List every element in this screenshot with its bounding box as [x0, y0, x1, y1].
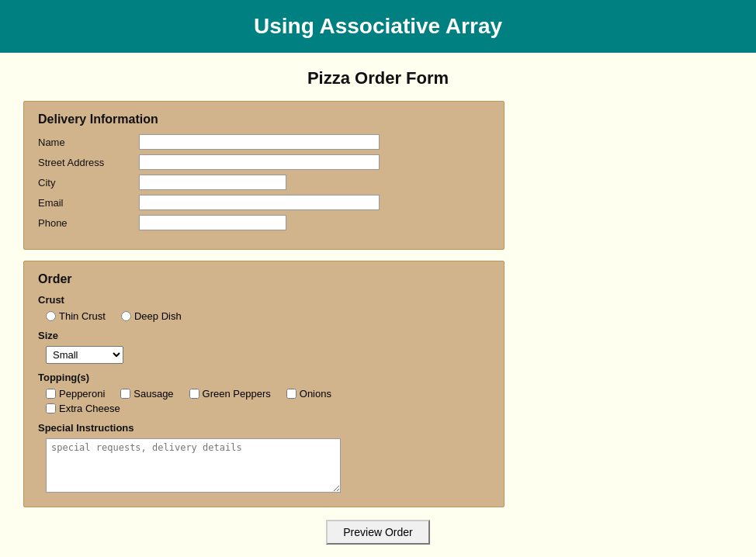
- name-label: Name: [38, 137, 139, 148]
- order-section: Order Crust Thin Crust Deep Dish Size Sm…: [23, 261, 505, 507]
- street-address-input[interactable]: [139, 154, 380, 170]
- topping-extracheese-checkbox[interactable]: [46, 403, 56, 413]
- size-label: Size: [38, 330, 490, 341]
- special-instructions-textarea[interactable]: [46, 438, 341, 493]
- delivery-section-title: Delivery Information: [38, 112, 490, 126]
- topping-greenpeppers-label: Green Peppers: [203, 388, 271, 400]
- page-content: Pizza Order Form Delivery Information Na…: [0, 53, 756, 557]
- phone-input[interactable]: [139, 215, 286, 230]
- topping-extracheese-option[interactable]: Extra Cheese: [46, 403, 120, 414]
- topping-sausage-checkbox[interactable]: [120, 389, 130, 399]
- delivery-section: Delivery Information Name Street Address…: [23, 101, 505, 250]
- topping-greenpeppers-checkbox[interactable]: [189, 389, 199, 399]
- email-row: Email: [38, 195, 490, 210]
- topping-extracheese-label: Extra Cheese: [59, 403, 120, 414]
- phone-row: Phone: [38, 215, 490, 230]
- crust-thin-radio[interactable]: [46, 311, 56, 321]
- special-instructions-label: Special Instructions: [38, 422, 490, 434]
- size-select[interactable]: Small Medium Large Extra Large: [46, 346, 123, 364]
- toppings-group: Pepperoni Sausage Green Peppers Onions: [46, 388, 490, 414]
- page-header: Using Associative Array: [0, 0, 756, 53]
- crust-thin-option[interactable]: Thin Crust: [46, 310, 106, 322]
- crust-deep-label: Deep Dish: [134, 310, 182, 322]
- phone-label: Phone: [38, 217, 139, 229]
- city-row: City: [38, 175, 490, 190]
- name-input[interactable]: [139, 134, 380, 150]
- topping-onions-checkbox[interactable]: [286, 389, 297, 399]
- header-title: Using Associative Array: [254, 14, 502, 38]
- city-input[interactable]: [139, 175, 286, 190]
- toppings-label: Topping(s): [38, 372, 490, 383]
- toppings-row-1: Pepperoni Sausage Green Peppers Onions: [46, 388, 490, 400]
- topping-pepperoni-option[interactable]: Pepperoni: [46, 388, 105, 400]
- topping-pepperoni-label: Pepperoni: [59, 388, 105, 400]
- preview-btn-container: Preview Order: [23, 520, 733, 545]
- topping-onions-option[interactable]: Onions: [286, 388, 331, 400]
- crust-thin-label: Thin Crust: [59, 310, 106, 322]
- toppings-row-2: Extra Cheese: [46, 403, 490, 414]
- topping-sausage-option[interactable]: Sausage: [120, 388, 173, 400]
- street-address-row: Street Address: [38, 154, 490, 170]
- email-input[interactable]: [139, 195, 380, 210]
- city-label: City: [38, 177, 139, 189]
- topping-pepperoni-checkbox[interactable]: [46, 389, 56, 399]
- crust-label: Crust: [38, 294, 490, 306]
- crust-deep-radio[interactable]: [121, 311, 131, 321]
- topping-onions-label: Onions: [300, 388, 331, 400]
- crust-deep-option[interactable]: Deep Dish: [121, 310, 182, 322]
- email-label: Email: [38, 197, 139, 209]
- order-section-title: Order: [38, 272, 490, 286]
- preview-order-button[interactable]: Preview Order: [326, 520, 429, 545]
- street-address-label: Street Address: [38, 157, 139, 168]
- crust-radio-group: Thin Crust Deep Dish: [46, 310, 490, 322]
- topping-greenpeppers-option[interactable]: Green Peppers: [189, 388, 271, 400]
- name-row: Name: [38, 134, 490, 150]
- topping-sausage-label: Sausage: [134, 388, 173, 400]
- page-title: Pizza Order Form: [23, 68, 733, 88]
